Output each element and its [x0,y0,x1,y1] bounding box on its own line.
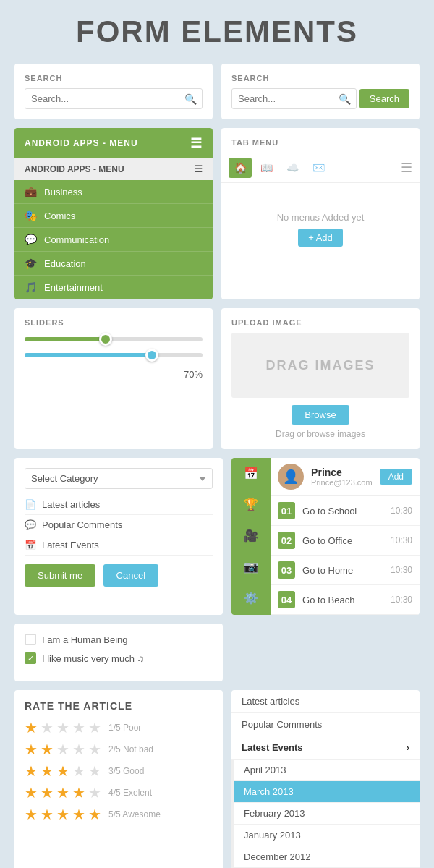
upload-hint: Drag or browse images [231,429,409,439]
education-icon: 🎓 [25,258,37,269]
rate-article-title: RATE THE ARTICLE [25,700,213,712]
menu-item-communication[interactable]: 💬 Communication [14,228,213,252]
hamburger-icon[interactable]: ☰ [190,135,203,151]
sliders-card: SLIDERS 70% [14,308,213,449]
star-4-4[interactable]: ★ [72,784,85,801]
star-3-2[interactable]: ★ [41,762,54,780]
category-select[interactable]: Select Category Latest articles Popular … [25,468,213,489]
tab-cloud-icon[interactable]: ☁️ [281,158,304,178]
tab-book-icon[interactable]: 📖 [255,158,278,178]
star-3-1[interactable]: ★ [25,762,38,780]
comments-icon: 💬 [25,519,36,530]
tab-hamburger-icon[interactable]: ☰ [401,160,412,176]
submit-button[interactable]: Submit me [25,564,95,587]
comics-icon: 🎭 [25,210,37,221]
star-5-1[interactable]: ★ [25,806,38,823]
android-menu-header: ANDROID APPS - MENU ☰ [14,128,213,158]
schedule-num-2: 02 [278,532,295,549]
android-menu-title: ANDROID APPS - MENU [25,138,138,148]
star-2-1[interactable]: ★ [25,741,38,758]
slider-1-wrap [25,337,203,357]
page-title: FORM ELEMENTS [14,14,420,49]
tab-body: No menus Added yet + Add [221,183,420,276]
star-1-5[interactable]: ★ [88,719,101,736]
checkbox-1[interactable] [25,634,36,645]
checkbox-2[interactable]: ✓ [25,652,36,664]
dropdown-latest-articles[interactable]: Latest articles [231,690,420,713]
sub-december-2012[interactable]: December 2012 [234,846,420,868]
schedule-row-1: 01 Go to School 10:30 [271,496,420,526]
search-icon-1: 🔍 [184,93,197,105]
slider-2-track[interactable] [25,353,203,357]
star-2-5[interactable]: ★ [88,741,101,758]
schedule-num-3: 03 [278,561,295,579]
chat-icon: 💬 [25,234,37,245]
article-icon: 📄 [25,499,36,510]
star-1-4[interactable]: ★ [72,719,85,736]
checkbox-label-1: I am a Human Being [42,634,128,645]
star-row-1: ★ ★ ★ ★ ★ 1/5 Poor [25,719,213,736]
star-5-5[interactable]: ★ [88,806,101,823]
star-5-3[interactable]: ★ [56,806,69,823]
star-2-4[interactable]: ★ [72,741,85,758]
star-5-2[interactable]: ★ [41,806,54,823]
sub-january-2013[interactable]: January 2013 [234,825,420,846]
schedule-name: Prince [311,467,373,478]
sub-march-2013[interactable]: March 2013 [234,781,420,803]
star-1-3[interactable]: ★ [56,719,69,736]
star-5-4[interactable]: ★ [72,806,85,823]
checkbox-card: I am a Human Being ✓ I like music very m… [14,624,223,681]
star-2-2[interactable]: ★ [41,741,54,758]
search-button-2[interactable]: Search [359,89,409,109]
star-1-1[interactable]: ★ [25,719,38,736]
add-menu-button[interactable]: + Add [298,229,343,247]
schedule-add-button[interactable]: Add [380,469,412,485]
star-row-4: ★ ★ ★ ★ ★ 4/5 Exelent [25,784,213,801]
upload-label: UPLOAD IMAGE [231,318,409,327]
search-label-1: SEARCH [25,74,203,82]
search-card-1: SEARCH 🔍 [14,64,213,119]
slider-1-thumb[interactable] [99,333,112,346]
slider-1-track[interactable] [25,337,203,341]
camera-icon: 📷 [244,551,258,582]
menu-item-comics[interactable]: 🎭 Comics [14,204,213,228]
cancel-button[interactable]: Cancel [103,564,158,587]
star-row-3: ★ ★ ★ ★ ★ 3/5 Good [25,762,213,780]
dropdown-menu-card: Latest articles Popular Comments Latest … [231,690,420,868]
checkbox-row-2: ✓ I like music very much ♫ [25,652,213,664]
android-menu-card: ANDROID APPS - MENU ☰ ANDROID APPS - MEN… [14,128,213,299]
schedule-num-4: 04 [278,591,295,608]
star-2-3[interactable]: ★ [56,741,69,758]
menu-item-entertainment[interactable]: 🎵 Entertainment [14,276,213,299]
submenu-hamburger-icon[interactable]: ☰ [195,164,203,174]
tab-mail-icon[interactable]: ✉️ [307,158,330,178]
star-4-1[interactable]: ★ [25,784,38,801]
star-4-3[interactable]: ★ [56,784,69,801]
sub-april-2013[interactable]: April 2013 [234,760,420,781]
avatar: 👤 [278,464,304,490]
menu-item-business[interactable]: 💼 Business [14,180,213,204]
search-input-1[interactable] [25,88,203,109]
star-1-2[interactable]: ★ [41,719,54,736]
sub-february-2013[interactable]: February 2013 [234,803,420,825]
star-4-5[interactable]: ★ [88,784,101,801]
star-3-4[interactable]: ★ [72,762,85,780]
dropdown-popular-comments[interactable]: Popular Comments [231,713,420,736]
star-3-3[interactable]: ★ [56,762,69,780]
events-icon: 📅 [25,540,36,550]
calendar-icon: 📅 [244,458,258,489]
schedule-row-4: 04 Go to Beach 10:30 [271,585,420,615]
star-3-5[interactable]: ★ [88,762,101,780]
select-form-card: Select Category Latest articles Popular … [14,458,223,615]
slider-2-thumb[interactable] [145,349,158,362]
browse-button[interactable]: Browse [292,405,349,425]
gear-icon: ⚙️ [244,582,258,613]
upload-drop-zone[interactable]: DRAG IMAGES [231,333,409,398]
schedule-content: 👤 Prince Prince@123.com Add 01 Go to Sch… [271,458,420,615]
menu-item-education[interactable]: 🎓 Education [14,252,213,276]
dropdown-submenu: April 2013 March 2013 February 2013 Janu… [231,760,420,868]
dropdown-latest-events[interactable]: Latest Events › [231,736,420,760]
star-4-2[interactable]: ★ [41,784,54,801]
search-icon-2: 🔍 [339,93,351,105]
tab-home-icon[interactable]: 🏠 [229,158,252,178]
